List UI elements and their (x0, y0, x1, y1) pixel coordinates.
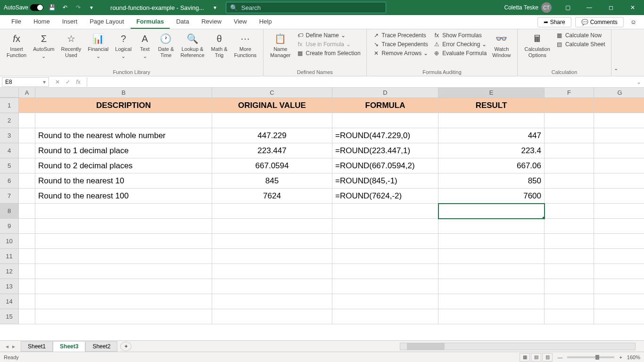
cell-A6[interactable] (19, 173, 35, 189)
cell-C8[interactable] (212, 204, 332, 219)
cell-D5[interactable]: =ROUND(667.0594,2) (332, 158, 438, 173)
select-all-corner[interactable] (0, 88, 19, 98)
cell-A1[interactable] (19, 98, 35, 113)
menu-tab-formulas[interactable]: Formulas (131, 15, 170, 29)
formula-input[interactable] (87, 77, 634, 87)
cell-C9[interactable] (212, 219, 332, 234)
cell-B8[interactable] (35, 204, 212, 219)
col-header[interactable]: C (212, 88, 332, 98)
cell-F11[interactable] (545, 249, 594, 264)
cell-E12[interactable] (438, 264, 545, 279)
cell-A5[interactable] (19, 158, 35, 173)
datetime-button[interactable]: 🕐 Date & Time (155, 31, 177, 59)
cell-A9[interactable] (19, 219, 35, 234)
row-header[interactable]: 3 (0, 128, 19, 143)
col-header[interactable]: F (545, 88, 594, 98)
cell-D13[interactable] (332, 279, 438, 294)
col-header[interactable]: E (438, 88, 545, 98)
cell-E11[interactable] (438, 249, 545, 264)
cell-G1[interactable] (594, 98, 644, 113)
cell-B12[interactable] (35, 264, 212, 279)
cell-F9[interactable] (545, 219, 594, 234)
horizontal-scrollbar[interactable] (400, 343, 636, 350)
watch-window-button[interactable]: 👓 Watch Window (489, 31, 513, 59)
cell-G2[interactable] (594, 113, 644, 128)
cell-G13[interactable] (594, 279, 644, 294)
row-header[interactable]: 7 (0, 189, 19, 204)
accept-formula-icon[interactable]: ✓ (63, 79, 73, 85)
cell-B4[interactable]: Round to 1 decimal place (35, 143, 212, 158)
ribbon-mode-icon[interactable]: ▢ (558, 0, 577, 15)
sheet-tab-sheet3[interactable]: Sheet3 (53, 341, 85, 352)
zoom-out-icon[interactable]: — (557, 354, 562, 360)
text-button[interactable]: A Text⌄ (135, 31, 154, 60)
cell-C10[interactable] (212, 234, 332, 249)
cancel-formula-icon[interactable]: ✕ (53, 79, 62, 85)
more-functions-button[interactable]: ⋯ More Functions (231, 31, 259, 59)
cell-A7[interactable] (19, 189, 35, 204)
cell-D2[interactable] (332, 113, 438, 128)
cell-D11[interactable] (332, 249, 438, 264)
close-icon[interactable]: ✕ (623, 0, 642, 15)
cell-F1[interactable] (545, 98, 594, 113)
formula-expand-icon[interactable]: ⌄ (634, 79, 644, 85)
cell-B15[interactable] (35, 309, 212, 324)
row-header[interactable]: 15 (0, 309, 19, 324)
namebox-dropdown-icon[interactable]: ▾ (43, 79, 46, 85)
normal-view-icon[interactable]: ▦ (520, 353, 530, 362)
remove-arrows-button[interactable]: ✕Remove Arrows ⌄ (371, 49, 430, 58)
cell-G12[interactable] (594, 264, 644, 279)
autosum-button[interactable]: Σ AutoSum⌄ (30, 31, 57, 60)
name-box[interactable]: E8 ▾ (2, 77, 49, 87)
cell-C15[interactable] (212, 309, 332, 324)
sheet-nav-next-icon[interactable]: ▸ (12, 343, 15, 350)
row-header[interactable]: 9 (0, 219, 19, 234)
cell-A10[interactable] (19, 234, 35, 249)
cell-F4[interactable] (545, 143, 594, 158)
cell-A2[interactable] (19, 113, 35, 128)
cell-E14[interactable] (438, 294, 545, 309)
cell-F13[interactable] (545, 279, 594, 294)
cell-C2[interactable] (212, 113, 332, 128)
undo-icon[interactable]: ↶ (60, 3, 70, 12)
row-header[interactable]: 8 (0, 204, 19, 219)
recently-used-button[interactable]: ☆ Recently Used (58, 31, 84, 59)
evaluate-formula-button[interactable]: ⊕Evaluate Formula (431, 49, 488, 58)
col-header[interactable]: B (35, 88, 212, 98)
cell-E10[interactable] (438, 234, 545, 249)
cell-G8[interactable] (594, 204, 644, 219)
sheet-nav-prev-icon[interactable]: ◂ (6, 343, 8, 350)
cell-D7[interactable]: =ROUND(7624,-2) (332, 189, 438, 204)
cell-C12[interactable] (212, 264, 332, 279)
calculation-options-button[interactable]: 🖩 Calculation Options (521, 31, 553, 59)
cell-D15[interactable] (332, 309, 438, 324)
cell-G4[interactable] (594, 143, 644, 158)
cell-B3[interactable]: Round to the nearest whole number (35, 128, 212, 143)
lookup-button[interactable]: 🔍 Lookup & Reference (178, 31, 207, 59)
cell-E3[interactable]: 447 (438, 128, 545, 143)
cell-C7[interactable]: 7624 (212, 189, 332, 204)
row-header[interactable]: 5 (0, 158, 19, 173)
cell-F10[interactable] (545, 234, 594, 249)
cell-B11[interactable] (35, 249, 212, 264)
cell-G9[interactable] (594, 219, 644, 234)
cell-F6[interactable] (545, 173, 594, 189)
row-header[interactable]: 4 (0, 143, 19, 158)
row-header[interactable]: 2 (0, 113, 19, 128)
menu-tab-page-layout[interactable]: Page Layout (84, 15, 130, 29)
cell-C4[interactable]: 223.447 (212, 143, 332, 158)
cell-G15[interactable] (594, 309, 644, 324)
cell-B5[interactable]: Round to 2 decimal places (35, 158, 212, 173)
cell-B9[interactable] (35, 219, 212, 234)
cell-D3[interactable]: =ROUND(447.229,0) (332, 128, 438, 143)
cell-E5[interactable]: 667.06 (438, 158, 545, 173)
insert-function-button[interactable]: fx Insert Function (4, 31, 29, 59)
name-manager-button[interactable]: 📋 Name Manager (267, 31, 293, 59)
cell-E1[interactable]: RESULT (438, 98, 545, 113)
cell-C13[interactable] (212, 279, 332, 294)
logical-button[interactable]: ? Logical⌄ (112, 31, 134, 60)
cell-D14[interactable] (332, 294, 438, 309)
cell-A13[interactable] (19, 279, 35, 294)
cell-E6[interactable]: 850 (438, 173, 545, 189)
cell-E4[interactable]: 223.4 (438, 143, 545, 158)
